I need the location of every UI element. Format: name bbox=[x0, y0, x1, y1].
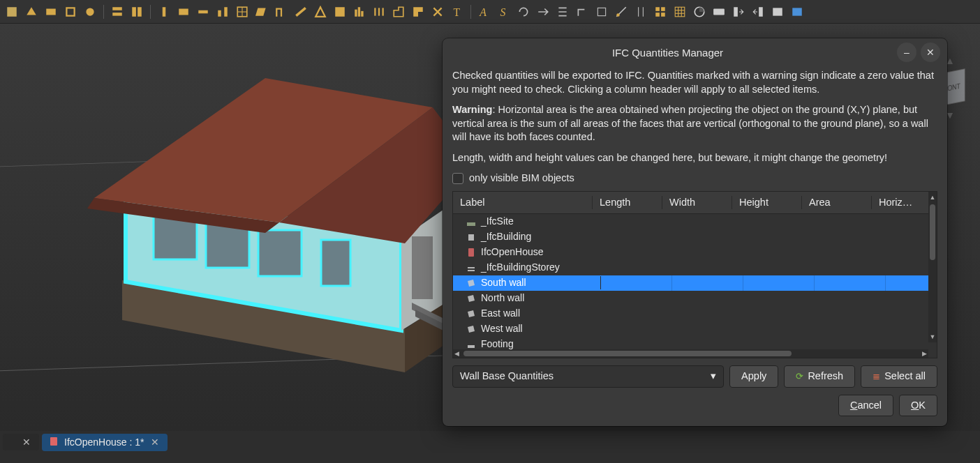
tb-icon-8[interactable] bbox=[155, 3, 173, 21]
tb-icon-arr6[interactable] bbox=[632, 3, 650, 21]
chevron-down-icon: ▾ bbox=[711, 370, 716, 384]
tb-icon-18[interactable] bbox=[350, 3, 369, 21]
col-width[interactable]: Width bbox=[662, 196, 732, 210]
minimize-button[interactable]: – bbox=[897, 43, 916, 62]
tb-icon-arr3[interactable] bbox=[573, 3, 591, 21]
table-row[interactable]: _IfcBuildingStorey bbox=[453, 260, 937, 275]
svg-rect-9 bbox=[163, 7, 166, 17]
tb-icon-7[interactable] bbox=[128, 3, 146, 21]
tb-icon-4[interactable] bbox=[61, 3, 80, 21]
tb-icon-6[interactable] bbox=[108, 3, 126, 21]
tb-icon-font-s[interactable]: S bbox=[495, 3, 513, 21]
svg-rect-10 bbox=[179, 8, 188, 15]
tab-close-icon[interactable]: ✕ bbox=[149, 437, 161, 448]
tb-icon-1[interactable] bbox=[3, 3, 21, 21]
svg-rect-6 bbox=[112, 13, 122, 16]
tb-icon-2[interactable] bbox=[22, 3, 40, 21]
svg-text:S: S bbox=[500, 6, 505, 17]
tb-icon-exp1[interactable] bbox=[729, 3, 748, 21]
select-all-button[interactable]: ≣Select all bbox=[861, 365, 937, 388]
tb-icon-22[interactable] bbox=[429, 3, 447, 21]
svg-text:T: T bbox=[453, 6, 460, 17]
table-row[interactable]: South wall bbox=[453, 275, 937, 291]
tb-icon-keyb[interactable] bbox=[710, 3, 728, 21]
tb-icon-arr2[interactable] bbox=[554, 3, 572, 21]
apply-button[interactable]: Apply bbox=[729, 365, 778, 388]
col-area[interactable]: Area bbox=[802, 196, 872, 210]
wall-icon bbox=[466, 324, 477, 335]
site-icon bbox=[466, 216, 477, 227]
svg-rect-12 bbox=[218, 10, 221, 16]
tb-icon-exp2[interactable] bbox=[749, 3, 767, 21]
svg-rect-45 bbox=[713, 8, 725, 15]
svg-marker-17 bbox=[255, 8, 266, 15]
tb-icon-wb1[interactable] bbox=[769, 3, 787, 21]
svg-rect-5 bbox=[112, 7, 122, 10]
dialog-title: IFC Quantities Manager bbox=[443, 47, 893, 59]
footing-icon bbox=[466, 339, 477, 350]
visible-only-label: only visible BIM objects bbox=[469, 172, 574, 185]
tb-icon-arr1[interactable] bbox=[534, 3, 552, 21]
table-vscroll[interactable]: ▲▼ bbox=[928, 192, 937, 342]
svg-rect-22 bbox=[361, 10, 363, 16]
tb-icon-arr4[interactable] bbox=[593, 3, 611, 21]
ok-button[interactable]: OK bbox=[899, 395, 937, 417]
tb-icon-3[interactable] bbox=[42, 3, 60, 21]
tab-close-icon[interactable]: ✕ bbox=[21, 437, 32, 448]
svg-rect-46 bbox=[734, 7, 738, 17]
svg-marker-73 bbox=[468, 326, 475, 333]
table-row[interactable]: IfcOpenHouse bbox=[453, 245, 937, 260]
svg-marker-72 bbox=[468, 310, 475, 317]
cancel-button[interactable]: Cancel bbox=[838, 395, 893, 417]
tb-icon-20[interactable] bbox=[389, 3, 408, 21]
col-label[interactable]: Label bbox=[453, 196, 593, 210]
table-hscroll[interactable]: ◀▶ bbox=[453, 349, 928, 358]
table-row[interactable]: East wall bbox=[453, 306, 937, 321]
tb-icon-14[interactable] bbox=[272, 3, 290, 21]
top-toolbar: T A S bbox=[0, 0, 980, 24]
tb-icon-12[interactable] bbox=[233, 3, 251, 21]
document-tabs: ✕ IfcOpenHouse : 1* ✕ bbox=[0, 431, 168, 453]
tb-icon-17[interactable] bbox=[331, 3, 349, 21]
tb-icon-circ[interactable] bbox=[690, 3, 708, 21]
quantities-table: Label Length Width Height Area Horizont … bbox=[452, 191, 937, 358]
tb-icon-21[interactable] bbox=[409, 3, 427, 21]
tb-icon-9[interactable] bbox=[175, 3, 193, 21]
tb-icon-10[interactable] bbox=[194, 3, 212, 21]
table-row[interactable]: _IfcSite bbox=[453, 214, 937, 229]
tb-icon-grid1[interactable] bbox=[651, 3, 669, 21]
table-row[interactable]: _IfcBuilding bbox=[453, 229, 937, 245]
tb-text-icon[interactable]: T bbox=[448, 3, 466, 21]
col-height[interactable]: Height bbox=[732, 196, 802, 210]
col-horiz[interactable]: Horizont bbox=[872, 196, 921, 210]
col-length[interactable]: Length bbox=[593, 196, 662, 210]
doc-tab-prev[interactable]: ✕ bbox=[3, 434, 39, 450]
tb-icon-arr5[interactable] bbox=[612, 3, 630, 21]
doc-tab-label: IfcOpenHouse : 1* bbox=[64, 437, 144, 448]
table-row[interactable]: West wall bbox=[453, 321, 937, 337]
tb-icon-font-a[interactable]: A bbox=[475, 3, 493, 21]
svg-rect-59 bbox=[412, 236, 433, 299]
refresh-button[interactable]: ⟳Refresh bbox=[784, 365, 855, 388]
svg-rect-49 bbox=[792, 8, 802, 15]
warning-text: : Horizontal area is the area obtained w… bbox=[452, 104, 928, 142]
tb-icon-16[interactable] bbox=[311, 3, 329, 21]
doc-tab-active[interactable]: IfcOpenHouse : 1* ✕ bbox=[42, 434, 168, 451]
visible-only-checkbox[interactable] bbox=[452, 173, 463, 184]
tb-icon-19[interactable] bbox=[370, 3, 388, 21]
close-button[interactable]: ✕ bbox=[921, 43, 940, 62]
svg-rect-37 bbox=[655, 13, 660, 17]
svg-rect-69 bbox=[468, 270, 475, 271]
tb-icon-13[interactable] bbox=[253, 3, 271, 21]
tb-icon-11[interactable] bbox=[214, 3, 232, 21]
tb-icon-rot[interactable] bbox=[514, 3, 533, 21]
tb-icon-wb2[interactable] bbox=[788, 3, 806, 21]
doc-icon bbox=[466, 247, 477, 258]
svg-rect-8 bbox=[138, 7, 142, 17]
quantity-set-dropdown[interactable]: Wall Base Quantities ▾ bbox=[452, 365, 724, 388]
svg-rect-35 bbox=[655, 7, 660, 11]
tb-icon-5[interactable] bbox=[81, 3, 99, 21]
tb-icon-15[interactable] bbox=[292, 3, 310, 21]
tb-icon-grid2[interactable] bbox=[671, 3, 689, 21]
table-row[interactable]: North wall bbox=[453, 291, 937, 306]
